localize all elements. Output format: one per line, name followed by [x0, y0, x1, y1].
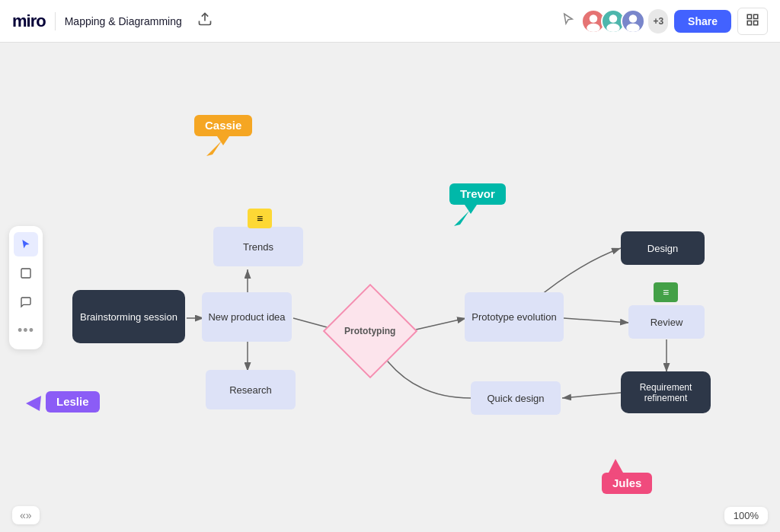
svg-marker-23 [454, 211, 469, 226]
cursor-icon [561, 12, 575, 30]
node-new-product[interactable]: New product idea [202, 292, 292, 342]
topbar: miro Mapping & Diagramming [0, 0, 780, 43]
divider [55, 12, 56, 30]
cursor-leslie: Leslie [40, 391, 100, 413]
node-research[interactable]: Research [206, 370, 296, 409]
svg-line-18 [564, 318, 629, 323]
svg-point-2 [587, 23, 601, 31]
svg-rect-9 [747, 21, 751, 24]
node-trends[interactable]: Trends [213, 227, 303, 266]
cursor-tool[interactable] [14, 232, 38, 256]
bottom-left-nav[interactable]: «» [12, 506, 40, 524]
sidebar: ••• [9, 226, 43, 349]
zoom-level: 100% [724, 507, 768, 524]
share-button[interactable]: Share [674, 10, 731, 33]
svg-point-1 [590, 14, 598, 23]
svg-line-20 [562, 393, 621, 398]
topbar-left: miro Mapping & Diagramming [12, 8, 219, 33]
more-tool[interactable]: ••• [14, 319, 38, 343]
avatar-count: +3 [648, 9, 668, 33]
node-prototype-evolution[interactable]: Prototype evolution [465, 292, 564, 342]
avatar-3 [621, 9, 645, 33]
svg-rect-10 [754, 21, 758, 24]
svg-point-6 [627, 23, 641, 31]
svg-marker-22 [206, 141, 222, 156]
node-brainstorming[interactable]: Brainstorming session [72, 290, 185, 343]
comment-review[interactable]: ≡ [654, 282, 678, 302]
node-quick-design[interactable]: Quick design [471, 381, 561, 415]
svg-point-5 [629, 14, 638, 23]
cursor-cassie: Cassie [194, 115, 252, 136]
nav-arrows-icon: «» [20, 509, 32, 521]
topbar-right: +3 Share [561, 8, 768, 35]
node-requirement-refinement[interactable]: Requirement refinement [621, 371, 711, 413]
canvas-area[interactable]: ••• Cassie Trevor [0, 43, 780, 532]
svg-point-3 [609, 14, 618, 23]
comment-tool[interactable] [14, 290, 38, 314]
svg-marker-25 [608, 459, 623, 474]
template-button[interactable] [737, 8, 768, 35]
node-design[interactable]: Design [621, 231, 705, 265]
svg-rect-21 [21, 269, 30, 278]
svg-rect-7 [747, 14, 751, 18]
comment-trends[interactable]: ≡ [248, 209, 272, 228]
miro-logo: miro [12, 11, 46, 31]
cursor-trevor: Trevor [449, 183, 506, 205]
upload-button[interactable] [191, 8, 219, 33]
svg-rect-8 [754, 14, 758, 18]
board-title[interactable]: Mapping & Diagramming [65, 15, 182, 27]
cursor-jules: Jules [602, 473, 652, 494]
svg-point-4 [607, 23, 621, 31]
node-prototyping[interactable]: Prototyping [323, 284, 417, 378]
sticky-note-tool[interactable] [14, 261, 38, 285]
svg-marker-24 [26, 396, 41, 411]
avatar-group: +3 [581, 9, 668, 33]
node-review[interactable]: Review [628, 305, 705, 339]
